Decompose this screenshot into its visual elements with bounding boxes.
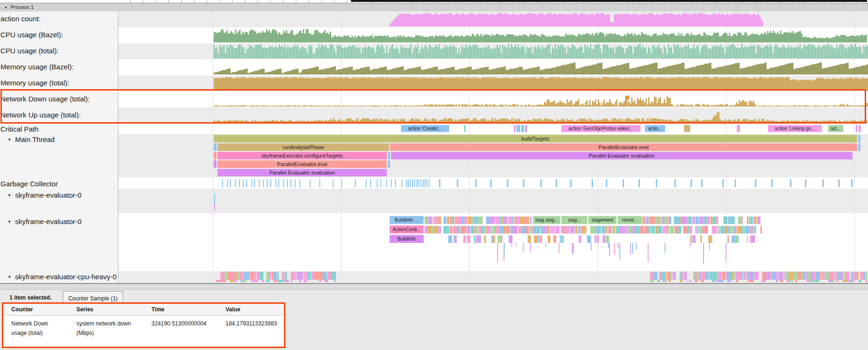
slice-sliver[interactable] [726,272,728,280]
slice-sliver[interactable] [836,280,838,282]
slice-sliver[interactable] [285,272,287,280]
slice-sliver[interactable] [620,226,624,233]
slice-sliver[interactable] [852,272,854,280]
slice-sliver[interactable] [847,272,850,280]
slice-sliver[interactable] [693,272,695,280]
slice-sliver[interactable] [489,217,493,224]
slice-sliver[interactable] [450,226,452,233]
slice-sliver[interactable] [259,272,263,280]
gc-event-tick[interactable] [675,179,676,187]
slice-sliver[interactable] [512,217,514,224]
slice-sliver[interactable] [636,226,640,233]
slice-sliver[interactable] [688,217,692,224]
slice-sliver[interactable] [643,217,644,224]
slice-sliver[interactable] [648,226,651,233]
slice-sliver[interactable] [683,272,684,280]
slice-sliver[interactable] [735,235,737,243]
slice-sliver[interactable] [430,217,432,224]
slice-sliver[interactable] [708,235,711,243]
gc-event-tick[interactable] [386,179,387,187]
slice-sliver[interactable] [760,217,760,224]
slice-sliver[interactable] [455,226,458,233]
slice-sliver[interactable] [541,226,542,233]
slice-sliver[interactable] [457,217,459,224]
slice-sliver[interactable] [468,217,471,224]
slice-sliver[interactable] [725,226,727,233]
slice-sliver[interactable] [723,217,727,224]
slice-sliver[interactable] [705,226,707,233]
slice-critical-path[interactable] [521,125,524,132]
slice-sliver[interactable] [678,226,681,233]
counter-chart-cpu-bazel[interactable] [214,29,867,42]
slice-sliver[interactable] [780,280,784,282]
slice-sliver[interactable] [255,280,259,282]
slice-sliver[interactable] [547,226,550,233]
slice-sliver[interactable] [492,226,493,233]
async-dropline[interactable] [648,243,649,262]
slice-sliver[interactable] [551,226,554,233]
slice-sliver[interactable] [786,272,789,280]
gc-event-tick[interactable] [701,179,702,187]
async-dropline[interactable] [609,243,610,256]
gc-event-tick[interactable] [425,179,426,187]
slice-sliver[interactable] [733,226,735,233]
slice-sliver[interactable] [860,272,863,280]
slice-sliver[interactable] [492,235,493,243]
async-dropline[interactable] [618,243,618,248]
slice-sliver[interactable] [303,272,305,280]
slice-sliver[interactable] [738,217,741,224]
slice-sliver[interactable] [750,226,751,233]
slice-sliver[interactable] [606,226,608,233]
gc-event-tick[interactable] [623,179,624,187]
gc-event-tick[interactable] [540,179,542,187]
slice-sliver[interactable] [706,272,709,280]
slice-sliver[interactable] [485,226,487,233]
slice-sliver[interactable] [844,280,847,282]
gc-event-tick[interactable] [790,179,792,187]
slice-sliver[interactable] [543,226,546,233]
slice-sliver[interactable] [282,272,284,280]
slice-actio-[interactable]: actio... [645,125,665,132]
async-dropline[interactable] [630,243,631,254]
slice-sliver[interactable] [650,217,652,224]
gc-event-tick[interactable] [300,179,300,187]
gc-event-tick[interactable] [222,179,223,187]
slice-sliver[interactable] [692,217,694,224]
col-counter[interactable]: Counter [3,304,68,316]
slice-sliver[interactable] [655,226,658,233]
slice-sliver[interactable] [299,280,301,282]
slice-sliver[interactable] [300,272,303,280]
slice-sliver[interactable] [652,217,655,224]
gc-event-tick[interactable] [355,179,356,187]
slice-sliver[interactable] [792,280,793,282]
slice-sliver[interactable] [250,272,254,280]
slice-sliver[interactable] [674,217,676,224]
slice-sliver[interactable] [426,217,428,224]
slice-sliver[interactable] [651,226,655,233]
slice-sliver[interactable] [689,280,691,282]
gc-event-tick[interactable] [606,179,607,187]
slice-sliver[interactable] [540,235,542,243]
slice-sliver[interactable] [529,226,531,233]
gc-event-tick[interactable] [556,179,557,187]
slice-sliver[interactable] [646,217,649,224]
gc-event-tick[interactable] [523,179,524,187]
slice-sliver[interactable] [471,217,474,224]
slice-sliver[interactable] [793,272,798,280]
slice-sliver[interactable] [534,226,537,233]
slice-sliver[interactable] [509,235,512,243]
slice-sliver[interactable] [272,272,274,280]
slice-sliver[interactable] [220,272,222,280]
slice-sliver[interactable] [720,226,725,233]
gc-event-tick[interactable] [267,179,267,187]
slice-sliver[interactable] [650,272,654,280]
slice-sliver[interactable] [266,280,269,282]
slice-critical-path[interactable] [464,125,466,132]
slice-sliver[interactable] [447,217,450,224]
slice-sliver[interactable] [776,272,777,280]
slice-sliver[interactable] [608,226,610,233]
slice-action-creatin-[interactable]: action 'Creatin... [401,125,449,132]
slice-sliver[interactable] [727,226,730,233]
slice-sliver[interactable] [697,272,700,280]
slice-sliver[interactable] [838,272,840,280]
